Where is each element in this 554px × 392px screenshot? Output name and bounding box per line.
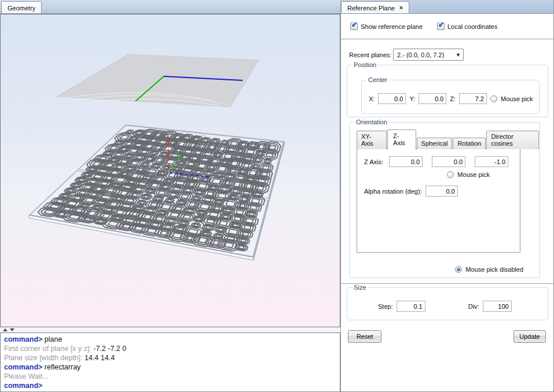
alpha-rotation-field[interactable]	[425, 186, 458, 197]
y-field[interactable]	[419, 93, 446, 104]
console-line: command> reflectarray	[4, 363, 336, 372]
command-console[interactable]: command> planeFirst corner of plane [x y…	[0, 332, 340, 392]
show-reference-plane-checkbox[interactable]: ✔ Show reference plane	[350, 23, 423, 30]
close-icon[interactable]: ×	[399, 5, 403, 11]
orientation-tab-rotation[interactable]: Rotation	[453, 138, 486, 149]
update-button[interactable]: Update	[513, 330, 546, 343]
z-axis-label: Z Axis:	[364, 158, 383, 165]
z-axis-tab-panel: Z Axis: Mouse pick Alpha rotation (deg):	[357, 149, 520, 253]
checkbox-icon: ✔	[350, 23, 358, 30]
step-label: Step:	[378, 303, 393, 310]
step-field[interactable]	[397, 301, 425, 312]
center-legend: Center	[366, 76, 389, 83]
mouse-pick-disabled-radio[interactable]	[455, 266, 462, 273]
splitter-up-icon	[3, 328, 8, 331]
reset-button[interactable]: Reset	[348, 330, 381, 343]
reference-plane-panel: ✔ Show reference plane ✔ Local coordinat…	[341, 14, 554, 392]
orientation-legend: Orientation	[354, 119, 389, 125]
checkbox-icon: ✔	[437, 23, 445, 30]
geometry-tabbar: Geometry	[0, 0, 340, 14]
orientation-tab-z-axis[interactable]: Z-Axis	[387, 130, 416, 150]
orientation-tabs: XY-AxisZ-AxisSphericalRotationDirector c…	[357, 136, 540, 149]
z-axis-y-field[interactable]	[432, 156, 465, 167]
application-window: Geometry command> planeFirst corner of p…	[0, 0, 554, 392]
z-field[interactable]	[459, 93, 487, 104]
3d-scene	[1, 14, 340, 327]
orientation-group: Orientation XY-AxisZ-AxisSphericalRotati…	[349, 122, 540, 278]
geometry-pane: Geometry command> planeFirst corner of p…	[0, 0, 340, 392]
recent-planes-label: Recent planes:	[349, 51, 391, 58]
y-label: Y:	[409, 95, 415, 102]
size-group: Size Step: Div:	[347, 287, 548, 320]
console-line: command>	[4, 381, 336, 390]
separator	[341, 283, 554, 284]
size-legend: Size	[352, 284, 368, 291]
reference-plane-pane: Reference Plane × ✔ Show reference plane…	[340, 0, 554, 392]
console-splitter[interactable]	[0, 327, 340, 332]
div-field[interactable]	[483, 301, 512, 312]
x-field[interactable]	[378, 93, 406, 104]
separator	[341, 39, 554, 39]
console-line: Plane size [width depth]: 14.4 14.4	[4, 353, 336, 363]
orientation-tab-director-cosines[interactable]: Director cosines	[486, 131, 539, 149]
recent-planes-dropdown[interactable]: 2.- (0.0, 0.0, 7.2) ▼	[393, 49, 464, 61]
local-coordinates-label: Local coordinates	[447, 23, 497, 30]
div-label: Div:	[468, 303, 479, 310]
z-label: Z:	[450, 95, 456, 102]
local-coordinates-checkbox[interactable]: ✔ Local coordinates	[437, 23, 497, 30]
z-axis-z-field[interactable]	[475, 156, 508, 167]
center-mouse-pick-radio[interactable]	[490, 95, 497, 102]
tab-reference-plane[interactable]: Reference Plane ×	[341, 1, 409, 13]
z-axis-x-field[interactable]	[389, 156, 423, 167]
console-line: First corner of plane [x y z]: -7.2 -7.2…	[4, 344, 336, 353]
console-line: command> plane	[4, 335, 336, 344]
mouse-pick-disabled-option[interactable]: Mouse pick disabled	[455, 266, 523, 273]
show-reference-plane-label: Show reference plane	[361, 23, 423, 30]
tab-geometry[interactable]: Geometry	[1, 1, 42, 13]
geometry-viewport[interactable]	[0, 14, 340, 327]
orientation-mouse-pick-radio[interactable]	[447, 171, 454, 178]
mouse-pick-disabled-label: Mouse pick disabled	[465, 266, 523, 273]
orientation-mouse-pick-label: Mouse pick	[457, 171, 490, 178]
chevron-down-icon: ▼	[456, 52, 461, 58]
orientation-tab-spherical[interactable]: Spherical	[417, 138, 453, 149]
center-group: Center X: Y: Z: Mouse pick	[361, 80, 540, 114]
reference-plane-tabbar: Reference Plane ×	[341, 0, 554, 14]
alpha-rotation-label: Alpha rotation (deg):	[364, 188, 422, 195]
center-mouse-pick-label: Mouse pick	[501, 95, 533, 102]
recent-planes-value: 2.- (0.0, 0.0, 7.2)	[397, 51, 444, 58]
splitter-down-icon	[10, 328, 14, 331]
tab-reference-plane-label: Reference Plane	[347, 5, 395, 12]
position-group: Position Center X: Y: Z: Mouse pick	[347, 65, 548, 117]
x-label: X:	[369, 95, 375, 102]
orientation-tab-xy-axis[interactable]: XY-Axis	[357, 131, 387, 149]
tab-geometry-label: Geometry	[8, 5, 35, 12]
console-line: Please Wait...	[4, 372, 336, 381]
position-legend: Position	[352, 61, 378, 68]
